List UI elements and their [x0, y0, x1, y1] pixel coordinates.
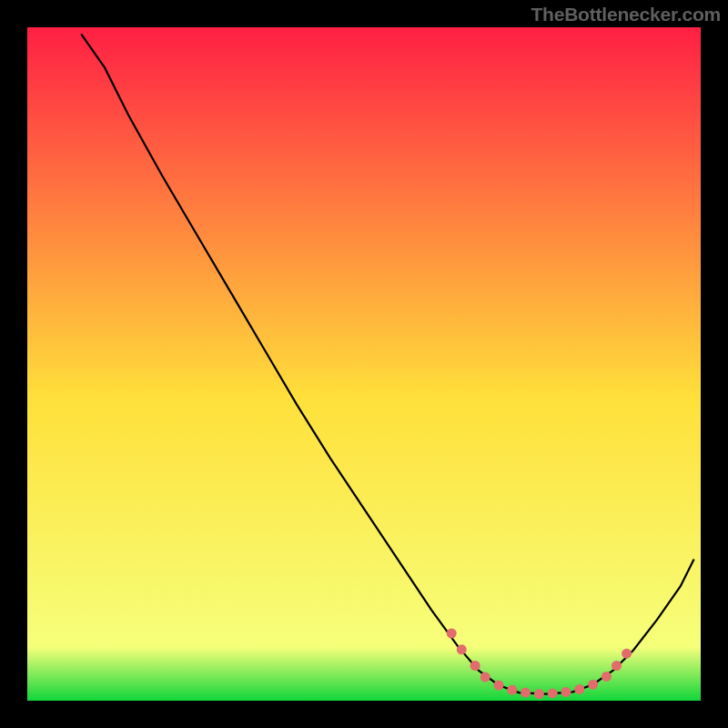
curve-marker: [602, 672, 612, 682]
curve-marker: [561, 687, 571, 697]
curve-marker: [612, 661, 622, 671]
curve-marker: [457, 644, 467, 654]
curve-marker: [548, 688, 558, 698]
curve-marker: [534, 689, 544, 699]
curve-marker: [447, 629, 457, 639]
chart-container: TheBottlenecker.com: [0, 0, 728, 728]
curve-marker: [622, 649, 632, 659]
bottleneck-curve-chart: [27, 27, 701, 701]
curve-marker: [588, 680, 598, 690]
curve-marker: [574, 684, 584, 694]
curve-marker: [494, 681, 504, 691]
watermark-text: TheBottlenecker.com: [531, 4, 721, 25]
gradient-background: [27, 27, 701, 701]
curve-marker: [507, 685, 517, 695]
curve-marker: [521, 688, 531, 698]
curve-marker: [480, 672, 490, 682]
curve-marker: [470, 661, 480, 671]
